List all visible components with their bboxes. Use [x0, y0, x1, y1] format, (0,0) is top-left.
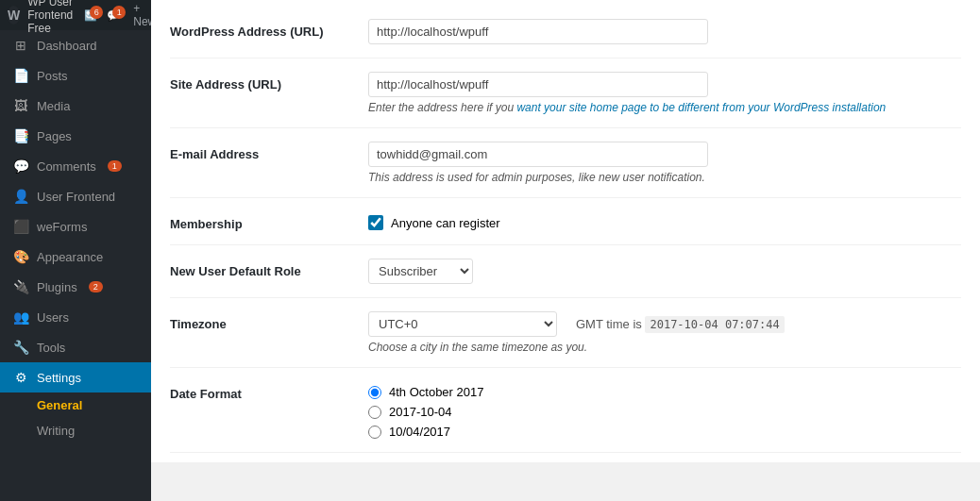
membership-row: Membership Anyone can register — [170, 198, 961, 245]
site-address-field: Enter the address here if you want your … — [368, 72, 961, 114]
users-icon: 👥 — [12, 309, 29, 325]
user-frontend-icon: 👤 — [12, 189, 29, 204]
email-hint: This address is used for admin purposes,… — [368, 171, 961, 184]
submenu-label-general: General — [37, 398, 82, 412]
sidebar-item-media[interactable]: 🖼 Media — [0, 91, 151, 121]
top-bar: W WP User Frontend Free 🔄 6 💬 1 + New — [0, 0, 151, 30]
sidebar-label-appearance: Appearance — [37, 250, 103, 264]
sidebar-label-media: Media — [37, 99, 70, 113]
date-format-option-2: 2017-10-04 — [368, 405, 961, 419]
new-user-role-select[interactable]: Subscriber Contributor Author Editor Adm… — [368, 259, 473, 284]
site-address-row: Site Address (URL) Enter the address her… — [170, 58, 961, 128]
date-format-option-3: 10/04/2017 — [368, 425, 961, 439]
sidebar-label-plugins: Plugins — [37, 280, 77, 294]
date-format-radio-group: 4th October 2017 2017-10-04 10/04/2017 — [368, 381, 961, 439]
appearance-icon: 🎨 — [12, 249, 29, 264]
plugins-icon: 🔌 — [12, 279, 29, 294]
new-user-role-row: New User Default Role Subscriber Contrib… — [170, 245, 961, 298]
main-content: WordPress Address (URL) Site Address (UR… — [151, 0, 980, 501]
date-format-label: Date Format — [170, 381, 368, 401]
sidebar-menu: ⊞ Dashboard 📄 Posts 🖼 Media 📑 Pages 💬 Co… — [0, 30, 151, 501]
sidebar-item-weforms[interactable]: ⬛ weForms — [0, 211, 151, 242]
date-format-row: Date Format 4th October 2017 2017-10-04 — [170, 368, 961, 453]
email-input[interactable] — [368, 142, 708, 167]
wordpress-address-field — [368, 19, 961, 44]
sidebar-item-user-frontend[interactable]: 👤 User Frontend — [0, 181, 151, 211]
pages-icon: 📑 — [12, 128, 29, 143]
comments-badge: 1 — [112, 6, 126, 19]
new-user-role-field: Subscriber Contributor Author Editor Adm… — [368, 259, 961, 284]
timezone-row: Timezone UTC+0 UTC-5 UTC+1 GMT time is 2… — [170, 298, 961, 368]
membership-checkbox[interactable] — [368, 215, 383, 230]
sidebar-label-comments: Comments — [37, 159, 96, 174]
sidebar-item-users[interactable]: 👥 Users — [0, 302, 151, 332]
comments-menu-badge: 1 — [108, 160, 122, 172]
wordpress-address-input[interactable] — [368, 19, 708, 44]
new-user-role-label: New User Default Role — [170, 259, 368, 278]
sidebar-label-weforms: weForms — [37, 220, 87, 234]
sidebar-label-tools: Tools — [37, 341, 65, 355]
wordpress-address-row: WordPress Address (URL) — [170, 9, 961, 58]
sidebar-item-pages[interactable]: 📑 Pages — [0, 121, 151, 151]
dashboard-icon: ⊞ — [12, 38, 29, 53]
date-format-radio-3[interactable] — [368, 426, 381, 439]
date-format-label-3: 10/04/2017 — [389, 425, 450, 439]
settings-form: WordPress Address (URL) Site Address (UR… — [151, 0, 980, 462]
sidebar-label-settings: Settings — [37, 371, 81, 385]
wordpress-address-label: WordPress Address (URL) — [170, 19, 368, 39]
comments-icon[interactable]: 💬 1 — [107, 9, 120, 22]
submenu-item-writing[interactable]: Writing — [0, 418, 151, 443]
gmt-time: 2017-10-04 07:07:44 — [645, 316, 784, 333]
membership-checkbox-label: Anyone can register — [391, 216, 500, 230]
timezone-controls: UTC+0 UTC-5 UTC+1 GMT time is 2017-10-04… — [368, 311, 961, 337]
timezone-field: UTC+0 UTC-5 UTC+1 GMT time is 2017-10-04… — [368, 311, 961, 354]
email-label: E-mail Address — [170, 142, 368, 161]
tools-icon: 🔧 — [12, 340, 29, 355]
gmt-info: GMT time is 2017-10-04 07:07:44 — [576, 317, 785, 331]
membership-checkbox-row: Anyone can register — [368, 211, 961, 230]
sidebar-label-pages: Pages — [37, 129, 72, 143]
sidebar-label-posts: Posts — [37, 69, 68, 83]
posts-icon: 📄 — [12, 68, 29, 83]
sidebar-item-plugins[interactable]: 🔌 Plugins 2 — [0, 272, 151, 302]
sidebar-item-tools[interactable]: 🔧 Tools — [0, 332, 151, 362]
email-field-container: This address is used for admin purposes,… — [368, 142, 961, 184]
timezone-label: Timezone — [170, 311, 368, 331]
date-format-label-1: 4th October 2017 — [389, 385, 483, 399]
new-button[interactable]: + New — [133, 2, 151, 28]
email-row: E-mail Address This address is used for … — [170, 128, 961, 198]
date-format-radio-2[interactable] — [368, 406, 381, 419]
date-format-radio-1[interactable] — [368, 386, 381, 399]
gmt-prefix: GMT time is — [576, 317, 642, 331]
sidebar: W WP User Frontend Free 🔄 6 💬 1 + New ⊞ … — [0, 0, 151, 501]
site-address-label: Site Address (URL) — [170, 72, 368, 92]
sidebar-item-settings[interactable]: ⚙ Settings — [0, 362, 151, 392]
timezone-hint: Choose a city in the same timezone as yo… — [368, 341, 961, 354]
settings-icon: ⚙ — [12, 370, 29, 385]
date-format-field: 4th October 2017 2017-10-04 10/04/2017 — [368, 381, 961, 439]
top-bar-icons: 🔄 6 💬 1 + New — [84, 2, 151, 28]
date-format-label-2: 2017-10-04 — [389, 405, 452, 419]
sidebar-label-dashboard: Dashboard — [37, 39, 97, 53]
updates-badge: 6 — [90, 6, 103, 19]
site-address-hint-text: Enter the address here if you — [368, 101, 514, 114]
content-area: WordPress Address (URL) Site Address (UR… — [151, 0, 980, 462]
submenu-label-writing: Writing — [37, 424, 75, 438]
updates-icon[interactable]: 🔄 6 — [84, 9, 97, 22]
site-address-input[interactable] — [368, 72, 708, 97]
submenu-item-general[interactable]: General — [0, 392, 151, 418]
weforms-icon: ⬛ — [12, 219, 29, 234]
sidebar-item-appearance[interactable]: 🎨 Appearance — [0, 242, 151, 272]
membership-label: Membership — [170, 211, 368, 231]
sidebar-label-users: Users — [37, 310, 69, 325]
sidebar-item-comments[interactable]: 💬 Comments 1 — [0, 151, 151, 181]
site-address-hint-link[interactable]: want your site home page to be different… — [516, 101, 886, 114]
timezone-select[interactable]: UTC+0 UTC-5 UTC+1 — [368, 311, 557, 337]
plugins-badge: 2 — [89, 281, 103, 292]
membership-field: Anyone can register — [368, 211, 961, 230]
sidebar-label-user-frontend: User Frontend — [37, 190, 115, 204]
date-format-option-1: 4th October 2017 — [368, 385, 961, 399]
sidebar-item-posts[interactable]: 📄 Posts — [0, 60, 151, 91]
wp-logo: W — [8, 6, 20, 25]
sidebar-item-dashboard[interactable]: ⊞ Dashboard — [0, 30, 151, 60]
